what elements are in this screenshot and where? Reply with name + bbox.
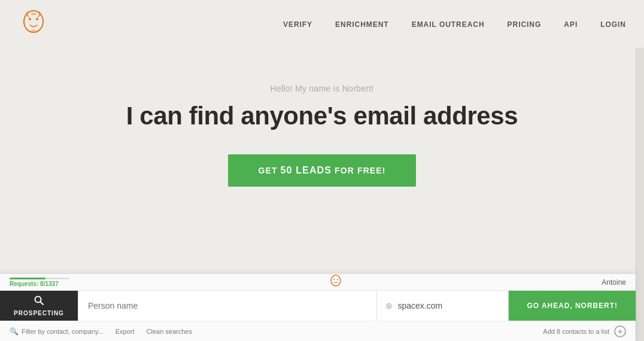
hero-title: I can find anyone's email address xyxy=(126,102,518,130)
filter-right: Add 8 contacts to a list + xyxy=(543,325,626,337)
globe-icon: ⊕ xyxy=(385,301,393,310)
svg-point-5 xyxy=(331,275,341,286)
export-label: Export xyxy=(116,328,135,335)
nav-login[interactable]: LOGIN xyxy=(600,20,626,29)
export-button[interactable]: Export xyxy=(116,328,135,335)
requests-label: Requests: 8/1337 xyxy=(10,281,69,287)
filter-by-contact[interactable]: 🔍 Filter by contact, company... xyxy=(10,327,104,336)
widget-header-left: Requests: 8/1337 xyxy=(10,278,69,287)
navbar: VERIFY ENRICHMENT EMAIL OUTREACH PRICING… xyxy=(0,0,644,48)
nav-enrichment[interactable]: ENRICHMENT xyxy=(335,20,389,29)
logo-area xyxy=(18,8,49,39)
svg-point-1 xyxy=(29,18,31,20)
cta-prefix: GET xyxy=(258,166,280,175)
bar-track xyxy=(10,278,69,279)
widget-filter-row: 🔍 Filter by contact, company... Export C… xyxy=(0,321,636,341)
bar-fill xyxy=(10,278,45,279)
cta-button[interactable]: GET 50 LEADS FOR FREE! xyxy=(228,154,415,187)
widget-logo-icon xyxy=(327,274,344,291)
hero-section: Hello! My name is Norbert! I can find an… xyxy=(0,48,644,211)
nav-api[interactable]: API xyxy=(564,20,578,29)
go-button[interactable]: GO AHEAD, NORBERT! xyxy=(509,291,636,321)
svg-line-9 xyxy=(41,302,44,305)
search-input-area xyxy=(78,291,377,321)
widget-header: Requests: 8/1337 Antoine xyxy=(0,274,636,291)
logo-icon xyxy=(18,8,49,39)
add-contacts-label: Add 8 contacts to a list xyxy=(543,328,609,335)
svg-point-4 xyxy=(31,29,37,33)
filter-left: 🔍 Filter by contact, company... Export C… xyxy=(10,327,192,336)
svg-point-6 xyxy=(333,279,335,280)
user-name: Antoine xyxy=(602,278,626,287)
cta-bold: 50 LEADS xyxy=(281,165,332,175)
prospecting-label: PROSPECTING xyxy=(14,310,64,316)
domain-area: ⊕ spacex.com xyxy=(377,291,509,321)
add-contacts-button[interactable]: + xyxy=(614,325,626,337)
bottom-widget: Requests: 8/1337 Antoine PROSPECTING xyxy=(0,273,636,341)
svg-point-2 xyxy=(36,18,38,20)
scrollbar[interactable] xyxy=(636,0,644,341)
cta-suffix: FOR FREE! xyxy=(332,166,386,175)
clean-searches-button[interactable]: Clean searches xyxy=(147,328,192,335)
widget-search: PROSPECTING ⊕ spacex.com GO AHEAD, NORBE… xyxy=(0,291,636,321)
person-name-input[interactable] xyxy=(78,291,376,321)
filter-label: Filter by contact, company... xyxy=(22,328,104,335)
search-icon xyxy=(34,295,44,307)
svg-rect-3 xyxy=(31,13,36,15)
prospecting-button[interactable]: PROSPECTING xyxy=(0,291,78,321)
requests-bar: Requests: 8/1337 xyxy=(10,278,69,287)
nav-pricing[interactable]: PRICING xyxy=(508,20,542,29)
nav-email-outreach[interactable]: EMAIL OUTREACH xyxy=(412,20,485,29)
filter-icon: 🔍 xyxy=(10,327,19,336)
hero-subtitle: Hello! My name is Norbert! xyxy=(271,84,374,93)
nav-verify[interactable]: VERIFY xyxy=(283,20,312,29)
clean-label: Clean searches xyxy=(147,328,192,335)
svg-point-7 xyxy=(337,279,338,280)
domain-value: spacex.com xyxy=(397,301,442,310)
nav-links: VERIFY ENRICHMENT EMAIL OUTREACH PRICING… xyxy=(283,19,626,29)
